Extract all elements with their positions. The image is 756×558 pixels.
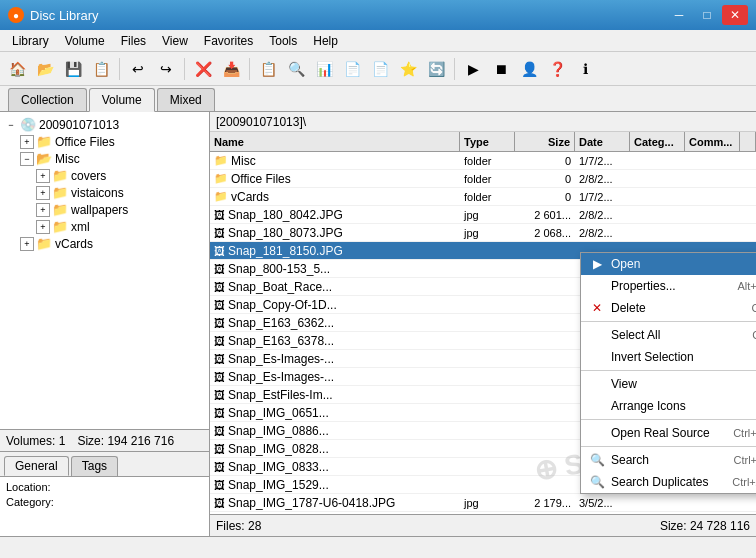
tree-node-label: wallpapers xyxy=(71,203,128,217)
tree-node[interactable]: −📂Misc xyxy=(4,150,205,167)
file-row[interactable]: 📁vCardsfolder01/7/2... xyxy=(210,188,756,206)
menu-help[interactable]: Help xyxy=(305,32,346,50)
expand-icon[interactable]: + xyxy=(20,237,34,251)
path-text: [200901071013]\ xyxy=(216,115,306,129)
file-icon: 🖼 xyxy=(214,425,225,437)
toolbar-btn-8[interactable]: 📥 xyxy=(218,56,244,82)
menu-volume[interactable]: Volume xyxy=(57,32,113,50)
tree-area[interactable]: −💿200901071013+📁Office Files−📂Misc+📁cove… xyxy=(0,112,209,429)
left-panel: −💿200901071013+📁Office Files−📂Misc+📁cove… xyxy=(0,112,210,536)
expand-icon[interactable]: + xyxy=(36,203,50,217)
context-menu-item-open-real-source[interactable]: Open Real SourceCtrl+Enter xyxy=(581,422,756,444)
toolbar-btn-5[interactable]: ↩ xyxy=(125,56,151,82)
toolbar-btn-13[interactable]: 📄 xyxy=(367,56,393,82)
menu-favorites[interactable]: Favorites xyxy=(196,32,261,50)
toolbar-btn-10[interactable]: 🔍 xyxy=(283,56,309,82)
close-button[interactable]: ✕ xyxy=(722,5,748,25)
ctx-item-label: Open xyxy=(611,257,640,271)
file-sizeNum-cell: 0 xyxy=(515,191,575,203)
title-controls[interactable]: ─ □ ✕ xyxy=(666,5,748,25)
toolbar-btn-3[interactable]: 💾 xyxy=(60,56,86,82)
ctx-item-label: Select All xyxy=(611,328,660,342)
ctx-item-icon: ✕ xyxy=(589,301,605,315)
file-row[interactable]: 🖼Snap_180_8042.JPGjpg2 601...2/8/2... xyxy=(210,206,756,224)
tree-node[interactable]: +📁vCards xyxy=(4,235,205,252)
tree-node[interactable]: +📁covers xyxy=(4,167,205,184)
file-row[interactable]: 🖼Snap_IMG_2543.jpgjpg167 9...3/5/2... xyxy=(210,512,756,514)
tree-node[interactable]: −💿200901071013 xyxy=(4,116,205,133)
context-menu-item-properties[interactable]: Properties...Alt+Enter xyxy=(581,275,756,297)
expand-icon[interactable]: + xyxy=(20,135,34,149)
file-row[interactable]: 📁Office Filesfolder02/8/2... xyxy=(210,170,756,188)
file-row[interactable]: 📁Miscfolder01/7/2... xyxy=(210,152,756,170)
tree-node[interactable]: +📁xml xyxy=(4,218,205,235)
context-menu-item-delete[interactable]: ✕DeleteCtrl+D xyxy=(581,297,756,319)
folder-icon: 📁 xyxy=(52,202,68,217)
toolbar-btn-7[interactable]: ❌ xyxy=(190,56,216,82)
toolbar-btn-11[interactable]: 📊 xyxy=(311,56,337,82)
menu-bar: Library Volume Files View Favorites Tool… xyxy=(0,30,756,52)
file-icon: 🖼 xyxy=(214,245,225,257)
file-list[interactable]: 📁Miscfolder01/7/2...📁Office Filesfolder0… xyxy=(210,152,756,514)
file-row[interactable]: 🖼Snap_180_8073.JPGjpg2 068...2/8/2... xyxy=(210,224,756,242)
menu-tools[interactable]: Tools xyxy=(261,32,305,50)
context-menu-item-search-duplicates[interactable]: 🔍Search DuplicatesCtrl+Alt+D xyxy=(581,471,756,493)
col-header-size[interactable]: Size xyxy=(515,132,575,151)
file-row[interactable]: 🖼Snap_IMG_1787-U6-0418.JPGjpg2 179...3/5… xyxy=(210,494,756,512)
toolbar-btn-9[interactable]: 📋 xyxy=(255,56,281,82)
toolbar-btn-16[interactable]: ▶ xyxy=(460,56,486,82)
tab-collection[interactable]: Collection xyxy=(8,88,87,111)
expand-icon[interactable]: − xyxy=(4,118,18,132)
context-menu-item-invert-selection[interactable]: Invert Selection xyxy=(581,346,756,368)
menu-view[interactable]: View xyxy=(154,32,196,50)
ctx-item-shortcut: Ctrl+Enter xyxy=(733,427,756,439)
toolbar-btn-14[interactable]: ⭐ xyxy=(395,56,421,82)
toolbar-btn-2[interactable]: 📂 xyxy=(32,56,58,82)
tree-node[interactable]: +📁Office Files xyxy=(4,133,205,150)
tab-volume[interactable]: Volume xyxy=(89,88,155,112)
col-header-cat[interactable]: Categ... xyxy=(630,132,685,151)
expand-icon[interactable]: − xyxy=(20,152,34,166)
menu-files[interactable]: Files xyxy=(113,32,154,50)
toolbar-btn-19[interactable]: ❓ xyxy=(544,56,570,82)
col-header-type[interactable]: Type xyxy=(460,132,515,151)
ctx-item-icon: 🔍 xyxy=(589,453,605,467)
title-bar: ● Disc Library ─ □ ✕ xyxy=(0,0,756,30)
info-tab-general[interactable]: General xyxy=(4,456,69,476)
toolbar-btn-12[interactable]: 📄 xyxy=(339,56,365,82)
toolbar-btn-4[interactable]: 📋 xyxy=(88,56,114,82)
col-header-name[interactable]: Name xyxy=(210,132,460,151)
file-type-cell: jpg xyxy=(460,497,515,509)
col-header-extra xyxy=(740,132,756,151)
file-icon: 📁 xyxy=(214,190,228,203)
file-name-cell: 🖼Snap_IMG_0828... xyxy=(210,442,460,456)
toolbar-btn-6[interactable]: ↪ xyxy=(153,56,179,82)
minimize-button[interactable]: ─ xyxy=(666,5,692,25)
toolbar-btn-15[interactable]: 🔄 xyxy=(423,56,449,82)
toolbar-btn-17[interactable]: ⏹ xyxy=(488,56,514,82)
tab-mixed[interactable]: Mixed xyxy=(157,88,215,111)
toolbar-btn-20[interactable]: ℹ xyxy=(572,56,598,82)
context-menu-item-search[interactable]: 🔍SearchCtrl+Alt+F xyxy=(581,449,756,471)
toolbar-btn-1[interactable]: 🏠 xyxy=(4,56,30,82)
context-menu-item-select-all[interactable]: Select AllCtrl+A xyxy=(581,324,756,346)
expand-icon[interactable]: + xyxy=(36,186,50,200)
context-menu-item-open[interactable]: ▶OpenEnter xyxy=(581,253,756,275)
info-tab-tags[interactable]: Tags xyxy=(71,456,118,476)
file-name-cell: 🖼Snap_IMG_1787-U6-0418.JPG xyxy=(210,496,460,510)
file-type-cell: jpg xyxy=(460,209,515,221)
context-menu-item-view[interactable]: View▶ xyxy=(581,373,756,395)
file-type-cell: folder xyxy=(460,155,515,167)
col-header-date[interactable]: Date xyxy=(575,132,630,151)
tree-node[interactable]: +📁wallpapers xyxy=(4,201,205,218)
tree-node[interactable]: +📁vistaicons xyxy=(4,184,205,201)
maximize-button[interactable]: □ xyxy=(694,5,720,25)
col-header-comm[interactable]: Comm... xyxy=(685,132,740,151)
expand-icon[interactable]: + xyxy=(36,169,50,183)
menu-library[interactable]: Library xyxy=(4,32,57,50)
bottom-status xyxy=(0,536,756,558)
toolbar-btn-18[interactable]: 👤 xyxy=(516,56,542,82)
context-menu-item-arrange-icons[interactable]: Arrange Icons▶ xyxy=(581,395,756,417)
expand-icon[interactable]: + xyxy=(36,220,50,234)
file-name-cell: 🖼Snap_E163_6378... xyxy=(210,334,460,348)
